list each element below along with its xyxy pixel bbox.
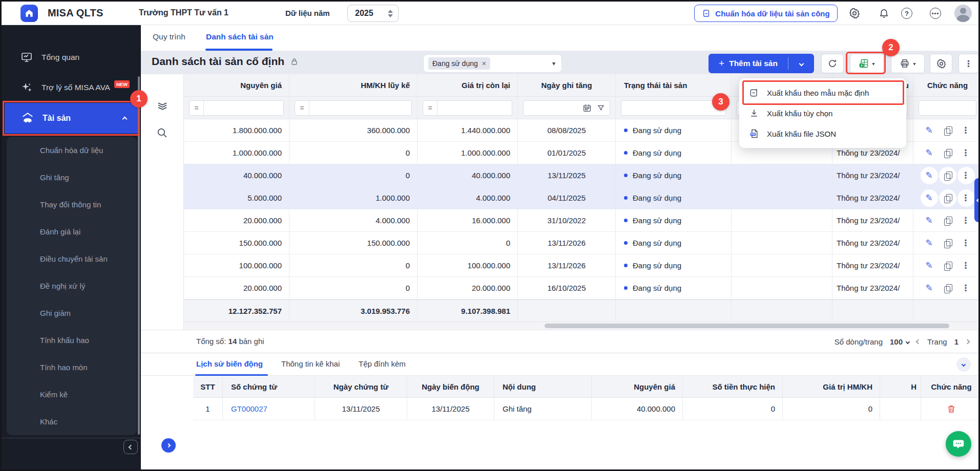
page-number[interactable]: 1 <box>954 337 958 346</box>
support-chat-button[interactable] <box>946 431 971 457</box>
sidebar-item-kiem-ke[interactable]: Kiểm kê <box>7 381 137 408</box>
delete-icon[interactable] <box>947 404 956 414</box>
sidebar-item-misa-ava[interactable]: Trợ lý số MISA AVA NEW <box>2 77 141 98</box>
voucher-link[interactable]: GT000027 <box>231 404 267 413</box>
edit-icon[interactable]: ✎ <box>921 234 938 252</box>
col-chuc-nang: Chức năng <box>913 74 980 96</box>
more-actions-button[interactable]: ⋮ <box>958 54 979 73</box>
edit-icon[interactable]: ✎ <box>921 280 938 297</box>
filter-nguyen-gia[interactable]: = <box>189 100 284 116</box>
collapse-panel-button[interactable] <box>956 357 971 372</box>
add-asset-button[interactable]: +Thêm tài sản <box>708 54 814 73</box>
organization-name[interactable]: Trường THPT Tư vấn 1 <box>139 8 228 17</box>
prev-page-icon[interactable] <box>916 340 920 344</box>
normalize-data-button[interactable]: Chuẩn hóa dữ liệu tài sản công <box>694 5 838 22</box>
table-row-selected[interactable]: 5.000.0001.000.0004.000.00004/11/2025Đan… <box>184 187 980 209</box>
copy-icon[interactable] <box>939 257 956 274</box>
copy-icon[interactable] <box>939 212 956 229</box>
filter-trang-thai[interactable]: ▾ <box>621 100 726 116</box>
history-row[interactable]: 1 GT000027 13/11/2025 13/11/2025 Ghi tăn… <box>193 398 980 420</box>
edit-icon[interactable]: ✎ <box>921 122 938 139</box>
download-icon <box>748 108 760 118</box>
row-more-icon[interactable]: ⋮ <box>957 189 975 207</box>
sidebar-item-khac[interactable]: Khác <box>7 408 137 435</box>
edit-icon[interactable]: ✎ <box>921 257 938 274</box>
horizontal-scrollbar[interactable] <box>184 322 980 330</box>
row-more-icon[interactable]: ⋮ <box>957 257 975 274</box>
filter-gia-tri-con-lai[interactable]: = <box>423 100 512 116</box>
sidebar-item-chuan-hoa-du-lieu[interactable]: Chuẩn hóa dữ liệu <box>7 137 137 164</box>
row-more-icon[interactable]: ⋮ <box>957 280 975 297</box>
side-panel-toggle[interactable] <box>974 178 980 222</box>
status-filter-select[interactable]: Đang sử dụng × ▾ <box>423 54 562 73</box>
sidebar-item-ghi-giam[interactable]: Ghi giảm <box>7 299 137 327</box>
user-avatar[interactable] <box>954 5 972 22</box>
scrollbar-thumb[interactable] <box>545 324 949 328</box>
edit-icon[interactable]: ✎ <box>921 189 938 207</box>
search-icon[interactable] <box>156 126 169 139</box>
row-more-icon[interactable]: ⋮ <box>957 212 975 229</box>
layers-icon[interactable] <box>156 99 169 112</box>
row-more-icon[interactable]: ⋮ <box>957 167 975 184</box>
settings-icon[interactable] <box>847 7 862 19</box>
more-apps-icon[interactable]: ••• <box>928 7 943 19</box>
row-more-icon[interactable]: ⋮ <box>957 144 975 162</box>
row-more-icon[interactable]: ⋮ <box>957 234 975 252</box>
tab-tep-dinh-kem[interactable]: Tệp đính kèm <box>359 359 406 368</box>
history-table-header: STT Số chứng từ Ngày chứng từ Ngày biến … <box>193 376 980 398</box>
copy-icon[interactable] <box>939 122 956 139</box>
table-row-selected[interactable]: 40.000.000040.000.00013/11/2025Đang sử d… <box>184 164 980 187</box>
sidebar-item-de-nghi-xu-ly[interactable]: Đề nghị xử lý <box>7 272 137 299</box>
sidebar-item-tinh-hao-mon[interactable]: Tính hao mòn <box>7 354 137 381</box>
next-page-icon[interactable] <box>966 340 969 344</box>
year-spinner[interactable] <box>388 10 393 17</box>
equals-operator[interactable]: = <box>295 101 309 115</box>
year-selector[interactable]: 2025 <box>347 5 399 22</box>
table-row[interactable]: 100.000.0000100.000.00013/11/2026Đang sử… <box>184 254 980 277</box>
table-row[interactable]: 20.000.0004.000.00016.000.00031/10/2022Đ… <box>184 209 980 232</box>
copy-icon[interactable] <box>939 167 956 184</box>
tab-quy-trinh[interactable]: Quy trình <box>153 32 185 41</box>
chip-close-icon[interactable]: × <box>482 59 486 68</box>
filter-ngay-ghi-tang[interactable] <box>523 100 610 116</box>
copy-icon[interactable] <box>939 144 956 162</box>
copy-icon[interactable] <box>939 234 956 252</box>
copy-icon[interactable] <box>939 189 956 207</box>
sidebar-item-ghi-tang[interactable]: Ghi tăng <box>7 164 137 191</box>
sidebar-item-tai-san[interactable]: Tài sản <box>5 103 138 134</box>
funnel-icon[interactable] <box>597 104 605 112</box>
table-row[interactable]: 150.000.000150.000.000013/11/2026Đang sử… <box>184 232 980 254</box>
row-more-icon[interactable]: ⋮ <box>957 122 975 139</box>
sidebar-item-danh-gia-lai[interactable]: Đánh giá lại <box>7 218 137 245</box>
refresh-button[interactable] <box>821 54 844 73</box>
sidebar-item-tong-quan[interactable]: Tổng quan <box>2 47 141 68</box>
equals-operator[interactable]: = <box>423 101 437 115</box>
edit-icon[interactable]: ✎ <box>921 167 938 184</box>
menu-item-export-json[interactable]: PDF Xuất khẩu file JSON <box>739 123 906 144</box>
tab-thong-tin-ke-khai[interactable]: Thông tin kê khai <box>281 359 340 368</box>
expand-strip-button[interactable] <box>161 438 176 453</box>
table-row[interactable]: 20.000.000020.000.00016/10/2025Đang sử d… <box>184 277 980 299</box>
calendar-icon[interactable] <box>582 103 592 113</box>
equals-operator[interactable]: = <box>190 101 204 115</box>
edit-icon[interactable]: ✎ <box>921 212 938 229</box>
sidebar-item-dieu-chuyen-tai-san[interactable]: Điều chuyển tài sản <box>7 245 137 272</box>
print-button[interactable]: ▾ <box>891 54 925 73</box>
sidebar-collapse-button[interactable] <box>123 440 138 454</box>
filter-chuc-nang[interactable] <box>919 100 976 116</box>
table-settings-button[interactable] <box>930 54 952 73</box>
copy-icon[interactable] <box>939 280 956 297</box>
per-page-select[interactable]: 100 <box>890 337 909 346</box>
edit-icon[interactable]: ✎ <box>921 144 938 162</box>
notifications-icon[interactable] <box>876 7 891 19</box>
help-icon[interactable]: ? <box>899 7 914 19</box>
tab-danh-sach-tai-san[interactable]: Danh sách tài sản <box>206 32 274 41</box>
app-logo[interactable] <box>20 5 38 22</box>
year-value: 2025 <box>355 9 388 18</box>
sidebar-item-tinh-khau-hao[interactable]: Tính khấu hao <box>7 327 137 354</box>
filter-hm-kh[interactable]: = <box>295 100 412 116</box>
add-asset-dropdown[interactable] <box>788 62 814 66</box>
menu-item-export-custom[interactable]: Xuất khẩu tùy chọn <box>739 103 906 123</box>
tab-lich-su-bien-dong[interactable]: Lịch sử biến động <box>196 359 263 368</box>
sidebar-item-thay-doi-thong-tin[interactable]: Thay đổi thông tin <box>7 191 137 218</box>
